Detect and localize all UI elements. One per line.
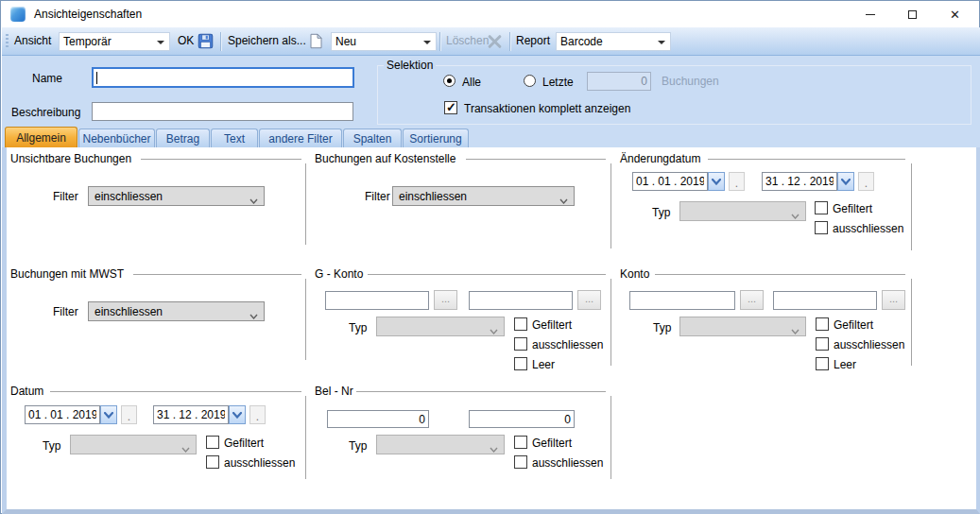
- radio-alle-label[interactable]: Alle: [462, 76, 481, 89]
- datum-to-input[interactable]: [153, 405, 229, 424]
- radio-alle[interactable]: [443, 75, 456, 87]
- aenderungdatum-typ-combobox[interactable]: [679, 201, 806, 221]
- konto-typ-combobox[interactable]: [679, 317, 806, 336]
- gkonto-leer-checkbox[interactable]: [514, 357, 527, 370]
- maximize-button[interactable]: [891, 1, 934, 27]
- gkonto-from-browse-button[interactable]: ...: [434, 290, 457, 310]
- aenderungdatum-from-dropdown[interactable]: [708, 172, 725, 191]
- datum-ausschliessen-checkbox[interactable]: [206, 455, 219, 469]
- new-combobox[interactable]: Neu: [331, 32, 437, 51]
- gefiltert-label[interactable]: Gefiltert: [834, 318, 873, 332]
- view-combobox[interactable]: Temporär: [59, 32, 170, 51]
- tab-text[interactable]: Text: [211, 128, 258, 147]
- gkonto-typ-combobox[interactable]: [376, 317, 505, 336]
- group-title-aenderungdatum: Änderungdatum: [620, 152, 700, 165]
- report-combobox-value: Barcode: [560, 35, 603, 48]
- name-input[interactable]: [92, 67, 354, 88]
- tab-betrag[interactable]: Betrag: [156, 128, 210, 147]
- typ-label: Typ: [349, 439, 367, 453]
- new-document-icon[interactable]: [309, 33, 323, 52]
- aenderungdatum-to-input[interactable]: [762, 172, 837, 191]
- column-divider: [305, 163, 306, 245]
- report-combobox[interactable]: Barcode: [556, 32, 671, 51]
- group-divider: [133, 274, 301, 275]
- ausschliessen-label[interactable]: ausschliessen: [532, 338, 603, 351]
- ausschliessen-label[interactable]: ausschliessen: [834, 338, 904, 351]
- group-divider: [356, 391, 606, 392]
- konto-leer-checkbox[interactable]: [816, 357, 829, 370]
- beschreibung-input[interactable]: [92, 102, 353, 121]
- minimize-button[interactable]: [849, 1, 891, 27]
- unsichtbare-filter-combobox[interactable]: einschliessen: [88, 186, 265, 206]
- datum-to-dropdown[interactable]: [229, 405, 246, 424]
- leer-label[interactable]: Leer: [532, 358, 555, 371]
- aenderungdatum-from-dot-button[interactable]: .: [729, 172, 745, 191]
- group-divider: [50, 391, 301, 392]
- leer-label[interactable]: Leer: [834, 358, 856, 371]
- gkonto-to-input[interactable]: [469, 291, 573, 310]
- datum-gefiltert-checkbox[interactable]: [206, 436, 219, 449]
- mwst-filter-combobox[interactable]: einschliessen: [88, 301, 265, 321]
- tab-spalten[interactable]: Spalten: [343, 128, 402, 147]
- save-icon[interactable]: [198, 33, 214, 52]
- ausschliessen-label[interactable]: ausschliessen: [224, 456, 295, 470]
- chevron-down-icon: [490, 442, 498, 455]
- aenderungdatum-to-dropdown[interactable]: [837, 172, 854, 191]
- radio-letzte[interactable]: [524, 75, 536, 87]
- ausschliessen-label[interactable]: ausschliessen: [532, 456, 603, 470]
- group-divider: [708, 159, 905, 160]
- radio-letzte-label[interactable]: Letzte: [542, 76, 574, 89]
- chevron-down-icon: [249, 309, 258, 322]
- tab-sortierung[interactable]: Sortierung: [403, 128, 469, 147]
- transaktionen-checkbox[interactable]: [444, 101, 457, 114]
- belnr-to-input[interactable]: [469, 410, 575, 428]
- konto-ausschliessen-checkbox[interactable]: [816, 337, 829, 351]
- toolbar-grip[interactable]: [6, 34, 9, 49]
- aenderungdatum-gefiltert-checkbox[interactable]: [815, 201, 828, 214]
- save-as-button[interactable]: Speichern als...: [228, 27, 306, 55]
- konto-to-input[interactable]: [773, 291, 877, 310]
- group-divider: [466, 159, 606, 160]
- belnr-gefiltert-checkbox[interactable]: [514, 436, 527, 449]
- datum-to-dot-button[interactable]: .: [249, 405, 266, 424]
- konto-gefiltert-checkbox[interactable]: [816, 317, 829, 331]
- transaktionen-label[interactable]: Transaktionen komplett anzeigen: [464, 102, 630, 115]
- gefiltert-label[interactable]: Gefiltert: [532, 318, 572, 332]
- gkonto-from-input[interactable]: [325, 291, 429, 310]
- gkonto-ausschliessen-checkbox[interactable]: [514, 337, 527, 351]
- close-button[interactable]: ✕: [934, 1, 976, 27]
- konto-from-browse-button[interactable]: ...: [740, 290, 764, 310]
- ok-button[interactable]: OK: [178, 27, 194, 55]
- aenderungdatum-to-dot-button[interactable]: .: [858, 172, 874, 191]
- kostenstelle-filter-value: einschliessen: [399, 190, 467, 203]
- column-divider: [305, 279, 306, 360]
- datum-typ-combobox[interactable]: [70, 435, 197, 454]
- datum-from-dropdown[interactable]: [100, 405, 117, 424]
- gkonto-to-browse-button[interactable]: ...: [577, 290, 601, 310]
- belnr-ausschliessen-checkbox[interactable]: [514, 455, 527, 469]
- belnr-typ-combobox[interactable]: [376, 435, 505, 454]
- gkonto-gefiltert-checkbox[interactable]: [514, 317, 527, 331]
- konto-to-browse-button[interactable]: ...: [882, 290, 905, 310]
- typ-label: Typ: [349, 321, 367, 334]
- gefiltert-label[interactable]: Gefiltert: [224, 437, 264, 450]
- tab-bar: Allgemein Nebenbücher Betrag Text andere…: [2, 127, 980, 147]
- aenderungdatum-from-input[interactable]: [632, 172, 708, 191]
- group-title-bel-nr: Bel - Nr: [315, 385, 353, 398]
- title-bar: Ansichteigenschaften ✕: [1, 1, 979, 27]
- gefiltert-label[interactable]: Gefiltert: [833, 202, 872, 215]
- datum-from-input[interactable]: [25, 405, 100, 424]
- ausschliessen-label[interactable]: ausschliessen: [833, 222, 903, 235]
- belnr-from-input[interactable]: [327, 410, 429, 428]
- datum-from-dot-button[interactable]: .: [121, 405, 137, 424]
- mwst-filter-value: einschliessen: [95, 305, 163, 318]
- tab-allgemein[interactable]: Allgemein: [5, 127, 77, 147]
- tab-andere-filter[interactable]: andere Filter: [259, 128, 342, 147]
- konto-from-input[interactable]: [629, 291, 735, 310]
- gefiltert-label[interactable]: Gefiltert: [532, 437, 572, 450]
- kostenstelle-filter-combobox[interactable]: einschliessen: [392, 186, 575, 206]
- chevron-down-icon: [490, 324, 498, 337]
- group-title-unsichtbare-buchungen: Unsichtbare Buchungen: [10, 152, 131, 165]
- aenderungdatum-ausschliessen-checkbox[interactable]: [815, 221, 828, 234]
- tab-nebenbuecher[interactable]: Nebenbücher: [78, 128, 155, 147]
